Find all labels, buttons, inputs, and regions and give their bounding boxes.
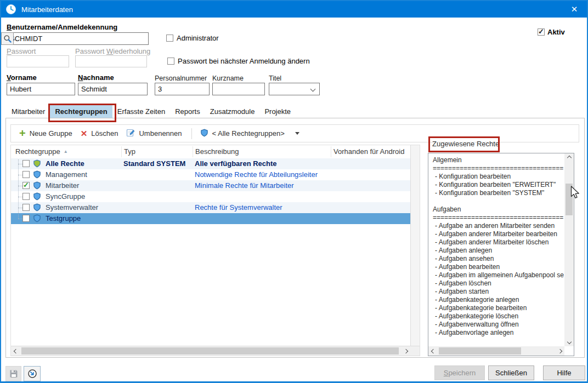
tab-erfasste-zeiten[interactable]: Erfasste Zeiten xyxy=(112,105,170,118)
table-vertical-scrollbar[interactable] xyxy=(410,145,420,346)
column-header-beschreibung[interactable]: Beschreibung xyxy=(195,145,239,158)
administrator-checkbox[interactable] xyxy=(166,35,173,42)
schliessen-button[interactable]: Schließen xyxy=(488,365,534,380)
shield-icon xyxy=(33,170,41,181)
aktiv-checkbox[interactable] xyxy=(538,28,545,36)
tree-stub xyxy=(18,186,22,186)
rights-list-item: ================================== xyxy=(433,164,564,173)
floppy-icon xyxy=(9,369,19,379)
circle-arrow-icon xyxy=(27,369,37,379)
passwort-change-checkbox[interactable] xyxy=(167,58,174,65)
tab-zusatzmodule[interactable]: Zusatzmodule xyxy=(205,105,260,118)
table-row[interactable]: Alle RechteStandard SYSTEMAlle verfügbar… xyxy=(11,158,411,169)
scroll-down-icon[interactable] xyxy=(564,338,574,346)
search-user-button[interactable] xyxy=(1,32,14,45)
passwort-input[interactable] xyxy=(7,55,69,67)
scrollbar-thumb[interactable] xyxy=(566,184,573,215)
apply-icon-button[interactable] xyxy=(24,366,41,381)
table-row[interactable]: ManagementNotwendige Rechte für Abteilun… xyxy=(11,169,411,180)
cell-rechtegruppe: Alle Rechte xyxy=(46,158,121,169)
scrollbar-thumb[interactable] xyxy=(21,347,399,355)
plus-icon: + xyxy=(19,130,26,136)
rights-list-item: - Aufgabenkategorie löschen xyxy=(433,312,564,321)
row-checkbox[interactable] xyxy=(22,171,30,178)
table-row[interactable]: SyncGruppe xyxy=(11,191,411,202)
rights-list-item: - Konfiguration bearbeiten "SYSTEM" xyxy=(433,189,564,197)
table-horizontal-scrollbar[interactable] xyxy=(11,346,420,356)
vorname-input[interactable] xyxy=(7,83,75,95)
passwort-wiederholung-input[interactable] xyxy=(75,55,147,67)
tab-projekte[interactable]: Projekte xyxy=(259,105,296,118)
delete-group-button[interactable]: ✕ Löschen xyxy=(81,129,118,138)
titel-select[interactable] xyxy=(269,83,320,95)
rechtegruppen-table: Rechtegruppe▲ Typ Beschreibung Vorhanden… xyxy=(10,145,420,356)
nachname-label: Nachname xyxy=(78,73,114,82)
tab-rechtegruppen[interactable]: Rechtegruppen xyxy=(50,105,112,118)
new-group-button[interactable]: + Neue Gruppe xyxy=(19,129,72,138)
table-row[interactable]: Testgruppe xyxy=(11,213,411,224)
tree-stub xyxy=(18,219,22,219)
scroll-right-icon[interactable] xyxy=(401,346,411,356)
tree-stub xyxy=(18,175,22,175)
nachname-input[interactable] xyxy=(78,83,148,95)
username-label: Benutzername/Anmeldekennung xyxy=(7,23,117,31)
shield-icon xyxy=(33,181,41,192)
scroll-up-icon[interactable] xyxy=(564,153,574,162)
row-checkbox[interactable] xyxy=(22,215,30,222)
tab-mitarbeiter[interactable]: Mitarbeiter xyxy=(7,105,50,118)
column-header-vorhanden-android[interactable]: Vorhanden für Android xyxy=(333,145,404,158)
cell-beschreibung: Rechte für Systemverwalter xyxy=(195,202,329,213)
table-row[interactable]: SystemverwalterRechte für Systemverwalte… xyxy=(11,202,411,213)
rights-list-item: - Aufgaben ansehen xyxy=(433,255,564,263)
rights-list-item: - Konfiguration bearbeiten "ERWEITERT" xyxy=(433,181,564,189)
rename-group-button[interactable]: Umbenennen xyxy=(126,128,182,139)
hilfe-button[interactable]: Hilfe xyxy=(543,365,585,380)
aktiv-label: Aktiv xyxy=(547,28,565,36)
rights-list-item: - Aufgaben anderer Mitarbeiter löschen xyxy=(433,238,564,247)
cell-rechtegruppe: Systemverwalter xyxy=(46,202,121,213)
row-checkbox[interactable] xyxy=(22,182,30,189)
scroll-right-icon[interactable] xyxy=(555,346,564,356)
row-checkbox[interactable] xyxy=(22,160,30,167)
close-icon[interactable]: ✕ xyxy=(562,1,587,18)
rights-horizontal-scrollbar[interactable] xyxy=(428,346,564,356)
delete-x-icon: ✕ xyxy=(81,130,88,137)
rights-list: Allgemein===============================… xyxy=(429,154,564,346)
username-input[interactable] xyxy=(7,32,149,45)
speichern-button[interactable]: Speichern xyxy=(434,365,485,380)
mitarbeiterdaten-window: Mitarbeiterdaten ✕ Benutzername/Anmeldek… xyxy=(0,0,588,383)
tree-stub xyxy=(18,164,22,164)
rights-list-item: Allgemein xyxy=(433,156,564,164)
rights-vertical-scrollbar[interactable] xyxy=(564,153,574,346)
rights-list-item: - Aufgabenkategorie anlegen xyxy=(433,296,564,304)
table-row[interactable]: MitarbeiterMinimale Rechte für Mitarbeit… xyxy=(11,180,411,191)
cell-typ: Standard SYSTEM xyxy=(123,158,191,169)
cell-rechtegruppe: Management xyxy=(46,169,121,180)
chevron-down-icon xyxy=(310,87,316,92)
personalnummer-label: Personalnummer xyxy=(155,75,207,82)
group-filter-dropdown[interactable]: < Alle Rechtegruppen> xyxy=(200,129,299,139)
shield-icon xyxy=(33,214,41,225)
sort-asc-icon: ▲ xyxy=(64,149,68,154)
scrollbar-thumb[interactable] xyxy=(439,347,521,355)
shield-icon xyxy=(33,203,41,214)
tree-stub xyxy=(18,197,22,197)
tab-reports[interactable]: Reports xyxy=(170,105,205,118)
scroll-left-icon[interactable] xyxy=(11,346,21,356)
scroll-left-icon[interactable] xyxy=(428,346,438,356)
kurzname-input[interactable] xyxy=(212,83,265,95)
cell-rechtegruppe: Mitarbeiter xyxy=(46,180,121,191)
rights-list-item: - Aufgabenkategorie bearbeiten xyxy=(433,304,564,312)
row-checkbox[interactable] xyxy=(22,204,30,211)
rights-list-item: - Aufgaben im allgemeinen Aufgabenpool s… xyxy=(433,271,564,279)
tree-stub xyxy=(18,208,22,208)
personalnummer-input[interactable] xyxy=(155,83,210,95)
rights-list-item: ================================== xyxy=(433,214,564,222)
vorname-label: Vorname xyxy=(7,73,37,82)
cell-beschreibung: Minimale Rechte für Mitarbeiter xyxy=(195,180,329,191)
row-checkbox[interactable] xyxy=(22,193,30,200)
search-icon xyxy=(3,35,12,43)
save-icon-button[interactable] xyxy=(5,366,21,381)
column-header-rechtegruppe[interactable]: Rechtegruppe▲ xyxy=(15,145,68,158)
column-header-typ[interactable]: Typ xyxy=(124,145,135,158)
